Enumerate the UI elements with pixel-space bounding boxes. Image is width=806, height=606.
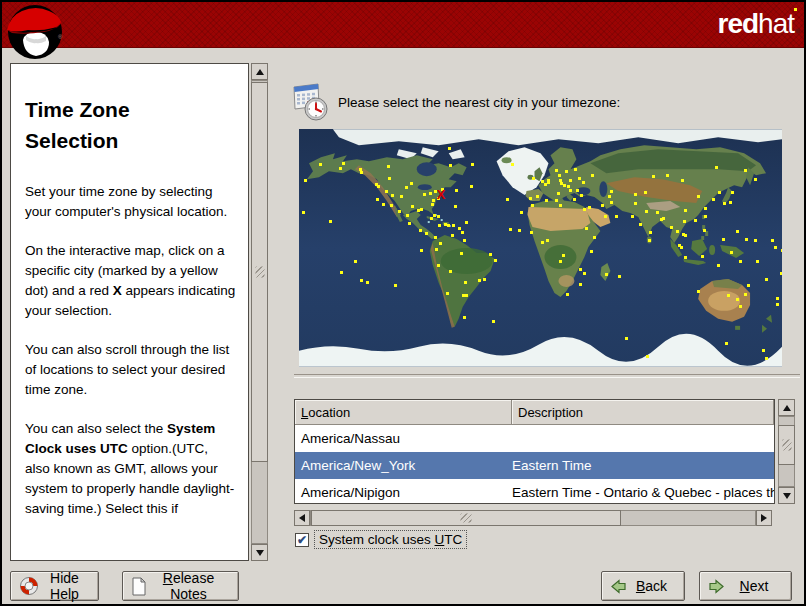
help-scroll-up-icon[interactable]: [251, 63, 268, 80]
table-row[interactable]: America/Nassau: [295, 425, 774, 452]
help-p2-bold: X: [113, 283, 122, 298]
utc-checkbox[interactable]: ✔: [295, 533, 309, 547]
back-arrow-icon: [610, 578, 627, 595]
table-scroll-up-icon[interactable]: [778, 399, 795, 416]
help-title: Time Zone Selection: [25, 94, 185, 156]
column-header-location[interactable]: Location: [295, 400, 512, 425]
utc-checkbox-label[interactable]: System clock uses UTC: [314, 530, 467, 549]
cell-description: Eastern Time - Ontario & Quebec - places…: [512, 485, 774, 500]
help-paragraph-4: You can also select the System Clock use…: [25, 419, 236, 519]
timezone-table: Location Description America/Nassau Amer…: [294, 399, 775, 504]
table-scroll-right-icon[interactable]: [756, 510, 772, 526]
hide-help-button[interactable]: Hide Help: [10, 571, 99, 601]
table-row[interactable]: America/Nipigon Eastern Time - Ontario &…: [295, 479, 774, 504]
redhat-logo-icon: ®: [6, 3, 66, 60]
description-label: Description: [518, 405, 583, 420]
brand-dot: .: [794, 8, 797, 11]
help-paragraph-1: Set your time zone by selecting your com…: [25, 182, 236, 222]
hide-help-label: Hide Help: [39, 570, 90, 602]
selected-city-marker: X: [437, 187, 446, 202]
installer-window: redhat. ® Time Zone Selection Set your t…: [0, 0, 806, 606]
utc-label-text-end: TC: [444, 532, 462, 547]
next-button[interactable]: Next: [699, 571, 792, 601]
utc-checkbox-row: ✔ System clock uses UTC: [295, 530, 467, 549]
help-paragraph-3: You can also scroll through the list of …: [25, 340, 236, 400]
help-scrollbar[interactable]: [251, 63, 268, 561]
redhat-wordmark: redhat.: [717, 8, 794, 40]
utc-label-mnemonic: U: [435, 532, 445, 547]
back-label: Back: [627, 578, 676, 594]
brand-regular: hat: [758, 8, 794, 39]
next-arrow-icon: [708, 578, 725, 595]
table-header-row: Location Description: [295, 400, 774, 425]
help-paragraph-2: On the interactive map, click on a speci…: [25, 241, 236, 321]
header-banner: redhat.: [2, 2, 804, 48]
utc-label-text: System clock uses: [319, 532, 435, 547]
cell-location: America/New_York: [295, 458, 512, 473]
table-horizontal-scrollbar[interactable]: [294, 510, 772, 526]
life-ring-icon: [19, 576, 39, 596]
cell-location: America/Nipigon: [295, 485, 512, 500]
help-p4-text: You can also select the: [25, 421, 167, 436]
table-scroll-left-icon[interactable]: [294, 510, 310, 526]
column-header-description[interactable]: Description: [512, 400, 774, 425]
cell-location: America/Nassau: [295, 431, 512, 446]
next-label: Next: [725, 578, 783, 594]
location-label: ocation: [308, 405, 350, 420]
release-notes-label: Release Notes: [147, 570, 230, 602]
table-scroll-down-icon[interactable]: [778, 487, 795, 504]
cell-description: Eastern Time: [512, 458, 774, 473]
help-scroll-down-icon[interactable]: [251, 544, 268, 561]
back-button[interactable]: Back: [601, 571, 685, 601]
help-scroll-thumb[interactable]: [251, 82, 268, 462]
svg-text:®: ®: [58, 34, 63, 40]
release-notes-button[interactable]: Release Notes: [122, 571, 239, 601]
table-vertical-scrollbar[interactable]: [778, 399, 795, 504]
calendar-clock-icon: [289, 80, 329, 122]
table-vscroll-thumb[interactable]: [778, 425, 795, 465]
timezone-prompt: Please select the nearest city in your t…: [338, 95, 620, 110]
table-body: America/Nassau America/New_York Eastern …: [295, 425, 774, 504]
checkmark-icon: ✔: [297, 534, 307, 546]
brand-bold: red: [717, 8, 758, 39]
world-map-graphic: [299, 129, 782, 367]
separator-line: [294, 374, 800, 378]
world-map[interactable]: X: [299, 129, 782, 367]
table-hscroll-thumb[interactable]: [311, 510, 621, 526]
document-page-icon: [131, 577, 147, 596]
table-row[interactable]: America/New_York Eastern Time: [295, 452, 774, 479]
help-panel: Time Zone Selection Set your time zone b…: [10, 63, 249, 561]
